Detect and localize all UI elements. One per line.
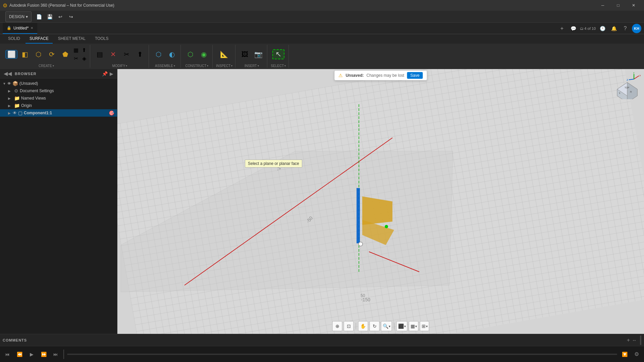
save-document-btn[interactable]: Save: [407, 72, 423, 79]
modify-btn-1[interactable]: ▤: [94, 50, 106, 58]
view-options-icon: ⊞: [422, 323, 426, 329]
assemble-btn-2[interactable]: ◐: [166, 50, 178, 58]
timeline-settings-btn[interactable]: ⚙: [632, 350, 641, 359]
tab-solid[interactable]: SOLID: [4, 34, 24, 44]
viewport-canvas[interactable]: -100 -50 -150 50 Select a plane or plana…: [117, 69, 644, 334]
minimize-btn[interactable]: ─: [595, 0, 610, 11]
tab-close-btn[interactable]: ✕: [31, 26, 33, 30]
browser-header: ◀◀ BROWSER 📌 ▶: [0, 69, 117, 78]
help-btn[interactable]: ?: [621, 24, 630, 33]
select-label[interactable]: SELECT ▾: [271, 64, 286, 68]
timeline-forward-end-btn[interactable]: ⏭: [51, 350, 60, 359]
pan-view-btn[interactable]: ✋: [358, 321, 368, 331]
inspect-btn-1[interactable]: 📐: [218, 50, 230, 58]
timeline-rewind-btn[interactable]: ⏪: [15, 350, 24, 359]
history-btn[interactable]: 🕐: [598, 24, 607, 33]
maximize-btn[interactable]: □: [610, 0, 626, 11]
tree-item-doc-settings[interactable]: ▶ ⚙ Document Settings: [0, 87, 117, 95]
chat-btn[interactable]: 💬: [569, 24, 578, 33]
expand-comments-btn[interactable]: ↔: [632, 338, 637, 343]
browser-pin-btn[interactable]: 📌: [101, 71, 109, 76]
design-button[interactable]: DESIGN ▾: [5, 11, 32, 22]
grid-display-btn[interactable]: ▦ ▾: [409, 321, 419, 331]
tool-a[interactable]: ▦: [72, 46, 79, 54]
eye-icon-component1[interactable]: 👁: [13, 111, 17, 115]
sweep-btn[interactable]: ⟳: [46, 50, 58, 58]
eye-icon-root[interactable]: 👁: [7, 81, 11, 85]
tree-arrow-root[interactable]: ▼: [3, 82, 7, 85]
browser-collapse-btn[interactable]: ◀◀: [3, 70, 13, 77]
ribbon-tabs: SOLID SURFACE SHEET METAL TOOLS: [0, 34, 644, 44]
redo-btn[interactable]: ↪: [66, 12, 76, 21]
tree-item-origin[interactable]: ▶ 📁 Origin: [0, 102, 117, 109]
inspect-label[interactable]: INSPECT ▾: [216, 64, 232, 68]
new-tab-btn[interactable]: +: [557, 24, 567, 33]
viewport[interactable]: ⚠ Unsaved: Changes may be lost Save: [117, 69, 644, 334]
construct-label[interactable]: CONSTRUCT ▾: [185, 64, 209, 68]
fit-view-btn[interactable]: ⊡: [344, 321, 354, 331]
assemble-btn-1[interactable]: ⬡: [152, 50, 164, 58]
create-label[interactable]: CREATE ▾: [39, 64, 54, 68]
tool-c[interactable]: ⬆: [81, 46, 87, 54]
insert-label[interactable]: INSERT ▾: [245, 64, 259, 68]
help-icon: ?: [624, 25, 627, 32]
orbit-btn[interactable]: ↻: [370, 321, 380, 331]
timeline-forward-btn[interactable]: ⏩: [39, 350, 48, 359]
tree-item-named-views[interactable]: ▶ 📁 Named Views: [0, 95, 117, 102]
viewcube[interactable]: TOP R F X Y Z: [614, 72, 641, 99]
construct-btn-1[interactable]: ⬡: [184, 50, 196, 58]
save-btn-qa[interactable]: 💾: [45, 12, 54, 21]
view-options-btn[interactable]: ⊞ ▾: [420, 321, 429, 331]
display-mode-btn[interactable]: ⬛ ▾: [396, 321, 408, 331]
tool-b[interactable]: ✂: [72, 55, 79, 62]
ribbon-content: ⬜ ◧ ⬡ ⟳ ⬟ ▦ ✂ ⬆: [0, 44, 644, 69]
tree-arrow-named-views[interactable]: ▶: [8, 97, 13, 100]
construct-btn-2[interactable]: ◉: [198, 50, 210, 58]
ribbon-group-modify: ▤ ✕ ✂ ⬆ MODIFY ▾: [91, 45, 149, 68]
modify-btn-4[interactable]: ⬆: [134, 50, 146, 58]
timeline-rewind-start-btn[interactable]: ⏮: [3, 350, 12, 359]
close-btn[interactable]: ✕: [626, 0, 641, 11]
select-btn[interactable]: ↖: [272, 49, 284, 59]
tree-arrow-component1[interactable]: ▶: [8, 111, 13, 115]
modify-label[interactable]: MODIFY ▾: [112, 64, 127, 68]
tab-tools[interactable]: TOOLS: [91, 34, 112, 44]
insert-btn-1[interactable]: 🖼: [239, 50, 251, 58]
new-file-btn[interactable]: 📄: [34, 12, 44, 21]
user-avatar[interactable]: KH: [632, 24, 641, 33]
quickaccess-bar: DESIGN ▾ 📄 💾 ↩ ↪: [0, 11, 644, 23]
tools-col: ▦ ✂: [72, 46, 79, 62]
ribbon-group-assemble: ⬡ ◐ ASSEMBLE ▾: [150, 45, 181, 68]
modify-btn-2[interactable]: ✕: [107, 50, 119, 58]
ribbon-group-insert: 🖼 📷 INSERT ▾: [236, 45, 267, 68]
timeline-track[interactable]: [67, 354, 617, 355]
loft-btn[interactable]: ⬟: [59, 50, 71, 58]
tree-arrow-doc[interactable]: ▶: [8, 89, 13, 93]
undo-btn[interactable]: ↩: [56, 12, 65, 21]
tree-item-component1[interactable]: ▶ 👁 ▢ Component1:1 🎯: [0, 109, 117, 117]
tab-sheet-metal[interactable]: SHEET METAL: [54, 34, 90, 44]
timeline-play-btn[interactable]: ▶: [27, 350, 36, 359]
assemble-label[interactable]: ASSEMBLE ▾: [155, 64, 175, 68]
timeline-filter-btn[interactable]: 🔽: [620, 350, 629, 359]
snap-btn[interactable]: ⊕: [332, 321, 342, 331]
revolve-btn[interactable]: ⬡: [32, 50, 44, 58]
zoom-extent-btn[interactable]: 🔍 ▾: [381, 321, 392, 331]
extrude-btn[interactable]: ◧: [19, 50, 31, 58]
add-comment-btn[interactable]: +: [627, 337, 630, 343]
svg-line-19: [634, 76, 639, 79]
browser-collapse-icon[interactable]: ▶: [109, 71, 114, 76]
notifications-btn[interactable]: 🔔: [609, 24, 619, 33]
timeline: ⏮ ⏪ ▶ ⏩ ⏭ 🔽 ⚙: [0, 346, 644, 362]
tool-d[interactable]: ◈: [81, 55, 87, 62]
modify-btn-3[interactable]: ✂: [120, 50, 132, 58]
tab-untitled[interactable]: 🔒 Untitled* ✕: [3, 23, 37, 34]
tab-surface[interactable]: SURFACE: [25, 34, 53, 44]
tree-item-root[interactable]: ▼ 👁 📦 (Unsaved): [0, 80, 117, 87]
timeline-separator: [63, 350, 64, 359]
tree-arrow-origin[interactable]: ▶: [8, 104, 13, 108]
insert-btn-2[interactable]: 📷: [252, 50, 264, 58]
create-tools: ⬜ ◧ ⬡ ⟳ ⬟ ▦ ✂ ⬆: [5, 45, 87, 63]
sketch-tool-btn[interactable]: ⬜: [5, 50, 17, 59]
component-target-icon[interactable]: 🎯: [109, 110, 114, 116]
